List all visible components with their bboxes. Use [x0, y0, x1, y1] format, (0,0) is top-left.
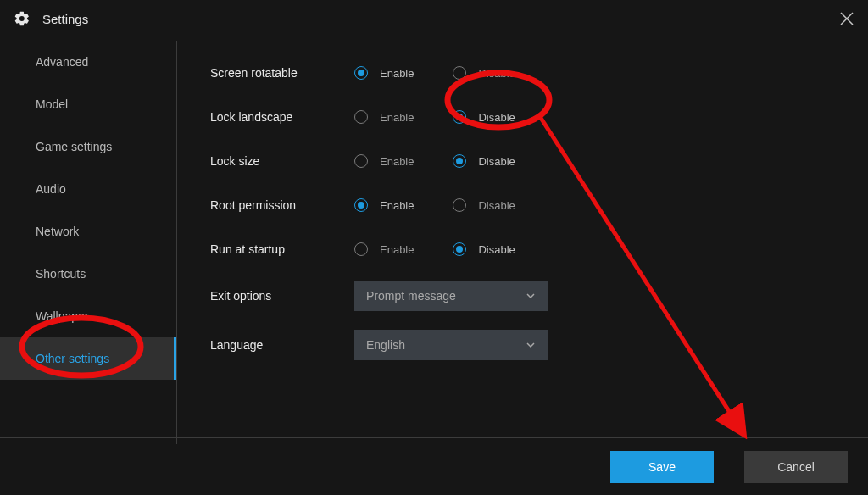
- gear-icon: [14, 10, 31, 27]
- chevron-down-icon: [526, 340, 536, 350]
- radio-circle-icon: [453, 110, 466, 124]
- sidebar-item-game-settings[interactable]: Game settings: [0, 125, 176, 168]
- radio-circle-icon: [354, 242, 368, 256]
- radio-group: EnableDisable: [354, 154, 515, 168]
- footer: Save Cancel: [0, 437, 868, 495]
- close-icon[interactable]: [839, 11, 854, 26]
- cancel-button[interactable]: Cancel: [744, 451, 848, 483]
- select-dropdown[interactable]: English: [354, 330, 548, 360]
- sidebar-item-label: Advanced: [36, 55, 88, 69]
- setting-row: LanguageEnglish: [210, 320, 868, 370]
- divider: [176, 41, 177, 444]
- window-title: Settings: [42, 12, 88, 26]
- radio-disable[interactable]: Disable: [453, 198, 515, 212]
- sidebar-item-label: Game settings: [36, 140, 112, 153]
- radio-disable[interactable]: Disable: [453, 154, 515, 168]
- setting-label: Run at startup: [210, 242, 354, 256]
- radio-group: EnableDisable: [354, 242, 515, 256]
- radio-label: Disable: [478, 111, 515, 124]
- radio-disable[interactable]: Disable: [453, 110, 515, 124]
- radio-group: EnableDisable: [354, 110, 515, 124]
- radio-group: EnableDisable: [354, 198, 515, 212]
- sidebar-item-label: Other settings: [36, 352, 109, 365]
- sidebar-item-network[interactable]: Network: [0, 210, 176, 253]
- radio-circle-icon: [453, 242, 466, 256]
- setting-row: Screen rotatableEnableDisable: [210, 51, 868, 95]
- setting-row: Lock sizeEnableDisable: [210, 139, 868, 183]
- radio-circle-icon: [453, 66, 466, 80]
- chevron-down-icon: [526, 291, 536, 301]
- setting-label: Root permission: [210, 198, 354, 212]
- setting-row: Root permissionEnableDisable: [210, 183, 868, 227]
- sidebar-item-audio[interactable]: Audio: [0, 168, 176, 210]
- sidebar-item-label: Audio: [36, 182, 66, 196]
- radio-label: Enable: [380, 155, 414, 168]
- sidebar: Advanced Model Game settings Audio Netwo…: [0, 37, 176, 436]
- radio-circle-icon: [354, 154, 368, 168]
- settings-content: Screen rotatableEnableDisableLock landsc…: [176, 37, 868, 436]
- setting-label: Exit options: [210, 289, 354, 303]
- setting-label: Lock landscape: [210, 110, 354, 124]
- setting-label: Lock size: [210, 154, 354, 168]
- radio-label: Disable: [478, 199, 515, 212]
- setting-label: Language: [210, 338, 354, 352]
- sidebar-item-label: Wallpaper: [36, 309, 89, 323]
- radio-label: Enable: [380, 243, 414, 256]
- button-label: Save: [648, 460, 676, 474]
- radio-enable[interactable]: Enable: [354, 154, 414, 168]
- title-bar: Settings: [0, 0, 868, 37]
- save-button[interactable]: Save: [610, 451, 714, 483]
- radio-label: Enable: [380, 199, 414, 212]
- setting-row: Run at startupEnableDisable: [210, 227, 868, 271]
- radio-circle-icon: [453, 198, 466, 212]
- sidebar-item-shortcuts[interactable]: Shortcuts: [0, 253, 176, 295]
- radio-circle-icon: [354, 110, 368, 124]
- radio-label: Enable: [380, 67, 414, 80]
- radio-label: Disable: [478, 67, 515, 80]
- select-value: English: [366, 338, 405, 352]
- sidebar-item-label: Model: [36, 97, 68, 111]
- radio-circle-icon: [453, 154, 466, 168]
- select-value: Prompt message: [366, 289, 456, 303]
- radio-enable[interactable]: Enable: [354, 66, 414, 80]
- radio-label: Disable: [478, 155, 515, 168]
- radio-enable[interactable]: Enable: [354, 198, 414, 212]
- sidebar-item-other-settings[interactable]: Other settings: [0, 337, 176, 380]
- sidebar-item-model[interactable]: Model: [0, 83, 176, 125]
- setting-label: Screen rotatable: [210, 66, 354, 80]
- radio-label: Disable: [478, 243, 515, 256]
- radio-disable[interactable]: Disable: [453, 66, 515, 80]
- select-dropdown[interactable]: Prompt message: [354, 281, 548, 311]
- sidebar-item-label: Shortcuts: [36, 267, 86, 281]
- radio-label: Enable: [380, 111, 414, 124]
- sidebar-item-wallpaper[interactable]: Wallpaper: [0, 295, 176, 337]
- setting-row: Lock landscapeEnableDisable: [210, 95, 868, 139]
- radio-circle-icon: [354, 198, 368, 212]
- setting-row: Exit optionsPrompt message: [210, 271, 868, 320]
- radio-disable[interactable]: Disable: [453, 242, 515, 256]
- button-label: Cancel: [777, 460, 815, 474]
- radio-circle-icon: [354, 66, 368, 80]
- radio-enable[interactable]: Enable: [354, 110, 414, 124]
- radio-group: EnableDisable: [354, 66, 515, 80]
- sidebar-item-label: Network: [36, 225, 79, 238]
- sidebar-item-advanced[interactable]: Advanced: [0, 41, 176, 83]
- radio-enable[interactable]: Enable: [354, 242, 414, 256]
